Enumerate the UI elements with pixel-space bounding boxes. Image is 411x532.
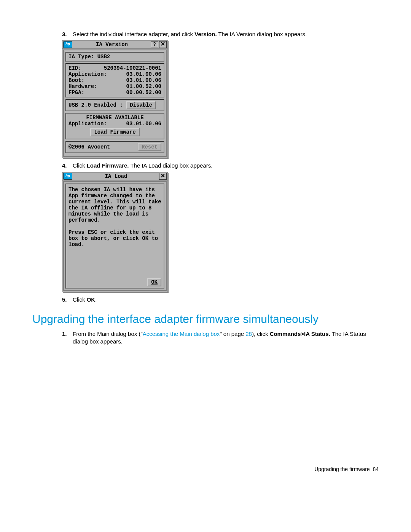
cross-ref-link[interactable]: Accessing the Main dialog box	[143, 331, 220, 337]
step-3: 3. Select the individual interface adapt…	[62, 30, 379, 38]
step-5: 5. Click OK.	[62, 296, 379, 304]
eid-value: 520394-100221-0001	[104, 65, 161, 71]
text: Click	[73, 162, 87, 169]
ok-button[interactable]: OK	[147, 278, 161, 286]
hw-label: Hardware:	[68, 83, 97, 89]
reset-button: Reset	[138, 143, 161, 151]
close-button[interactable]	[159, 173, 167, 180]
usb-label: USB 2.0 Enabled :	[68, 102, 123, 108]
message-text: The chosen IA will have its App firmware…	[68, 187, 161, 248]
ia-type-panel: IA Type: USB2	[65, 52, 164, 62]
bold-term: Load Firmware.	[87, 162, 129, 169]
bold-term: Version.	[194, 31, 217, 37]
step-number: 1.	[62, 330, 73, 346]
eid-label: EID:	[68, 65, 81, 71]
fw-app-value: 03.01.00.06	[126, 121, 161, 127]
text: .	[95, 296, 97, 303]
boot-label: Boot:	[68, 77, 84, 83]
text: The IA Load dialog box appears.	[129, 162, 213, 169]
hw-value: 01.00.52.00	[126, 83, 161, 89]
text: Select the individual interface adapter,…	[73, 31, 194, 37]
step-4: 4. Click Load Firmware. The IA Load dial…	[62, 162, 379, 169]
message-panel: The chosen IA will have its App firmware…	[65, 184, 164, 289]
dialog-title: IA Load	[73, 173, 159, 179]
ia-version-dialog: hp IA Version ? IA Type: USB2 EID:520394…	[62, 40, 168, 158]
step-number: 4.	[62, 162, 73, 169]
fpga-label: FPGA:	[68, 89, 84, 96]
fw-app-label: Application:	[68, 121, 107, 127]
footer-text: Upgrading the firmware	[314, 466, 370, 472]
text: From the Main dialog box ("	[73, 331, 143, 337]
text: Click	[73, 296, 87, 303]
fpga-value: 00.00.52.00	[126, 89, 161, 96]
value: USB2	[97, 54, 110, 60]
disable-button[interactable]: Disable	[126, 101, 156, 109]
version-info-panel: EID:520394-100221-0001 Application:03.01…	[65, 63, 164, 97]
label: IA Type:	[68, 54, 94, 60]
footer-panel: ©2006 Avocent Reset	[65, 141, 164, 153]
step-number: 3.	[62, 30, 73, 38]
bold-term: Commands>IA Status.	[270, 331, 330, 337]
app-value: 03.01.00.06	[126, 71, 161, 77]
hp-logo-icon: hp	[63, 41, 72, 48]
dialog-title: IA Version	[73, 42, 151, 48]
fw-available-heading: FIRMWARE AVAILABLE	[68, 115, 161, 121]
firmware-available-panel: FIRMWARE AVAILABLE Application:03.01.00.…	[65, 113, 164, 139]
bold-term: OK	[87, 296, 96, 303]
text: ), click	[252, 331, 270, 337]
load-firmware-button[interactable]: Load Firmware	[90, 128, 139, 136]
boot-value: 03.01.00.06	[126, 77, 161, 83]
titlebar: hp IA Load	[62, 173, 167, 181]
sim-step-1: 1. From the Main dialog box ("Accessing …	[62, 330, 379, 346]
step-text: Select the individual interface adapter,…	[73, 30, 379, 38]
close-button[interactable]	[159, 41, 167, 48]
page-ref-link[interactable]: 28	[245, 331, 252, 337]
hp-logo-icon: hp	[63, 173, 72, 180]
usb-panel: USB 2.0 Enabled : Disable	[65, 99, 164, 111]
page-footer: Upgrading the firmware 84	[314, 466, 379, 472]
dialog-body: IA Type: USB2 EID:520394-100221-0001 App…	[63, 50, 167, 157]
step-text: From the Main dialog box ("Accessing the…	[73, 330, 379, 346]
titlebar: hp IA Version ?	[62, 41, 167, 49]
ia-load-dialog: hp IA Load The chosen IA will have its A…	[62, 172, 168, 292]
text: The IA Version dialog box appears.	[217, 31, 307, 37]
step-text: Click Load Firmware. The IA Load dialog …	[73, 162, 379, 169]
step-text: Click OK.	[73, 296, 379, 304]
dialog-body: The chosen IA will have its App firmware…	[63, 181, 167, 291]
app-label: Application:	[68, 71, 107, 77]
text: " on page	[220, 331, 245, 337]
help-button[interactable]: ?	[151, 41, 158, 48]
copyright: ©2006 Avocent	[68, 144, 110, 150]
section-heading: Upgrading the interface adapter firmware…	[32, 313, 379, 326]
step-number: 5.	[62, 296, 73, 304]
page-number: 84	[373, 466, 379, 472]
